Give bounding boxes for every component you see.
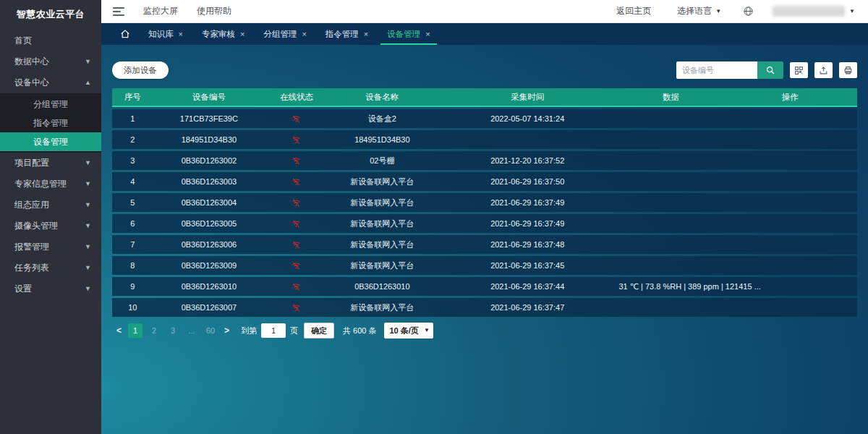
cell-status [265, 156, 328, 166]
qrcode-button[interactable] [790, 62, 808, 78]
cell-no: 6 [112, 219, 153, 228]
table-header-row: 序号 设备编号 在线状态 设备名称 采集时间 数据 操作 [112, 88, 857, 107]
close-tab-icon[interactable] [240, 30, 244, 38]
close-tab-icon[interactable] [364, 30, 368, 38]
cell-device-id: 184951D34B30 [153, 135, 265, 144]
tab-command-mgmt[interactable]: 指令管理 [316, 23, 378, 45]
search-input[interactable] [676, 61, 757, 79]
globe-icon[interactable] [743, 6, 754, 17]
table-row: 10 0B36D1263007 新设备联网入平台 2021-06-29 16:3… [112, 298, 857, 317]
tab-device-mgmt[interactable]: 设备管理 [378, 23, 439, 45]
cell-no: 5 [112, 198, 153, 207]
jump-to-label: 到第 [241, 326, 257, 336]
chevron-down-icon [85, 216, 91, 237]
page-button-60[interactable]: 60 [203, 323, 218, 338]
topbar-link-monitor[interactable]: 监控大屏 [143, 5, 178, 17]
sidebar-item-task-list[interactable]: 任务列表 [0, 258, 101, 278]
cell-device-name: 184951D34B30 [328, 135, 436, 144]
sidebar-item-scada-app[interactable]: 组态应用 [0, 195, 101, 216]
sidebar-item-label: 项目配置 [14, 158, 49, 168]
sidebar-subitem-group-mgmt[interactable]: 分组管理 [0, 95, 101, 114]
col-header-device-name: 设备名称 [328, 92, 436, 103]
sidebar-item-label: 报警管理 [14, 242, 49, 252]
tab-group-mgmt[interactable]: 分组管理 [254, 23, 315, 45]
print-icon [843, 66, 853, 75]
prev-page-button[interactable]: < [112, 326, 126, 336]
jump-page-suffix: 页 [290, 326, 298, 336]
main-area: 监控大屏 使用帮助 返回主页 选择语言 [101, 0, 868, 434]
cell-status [265, 239, 328, 250]
app-window: 智慧农业云平台 首页 数据中心 设备中心 分组管理 指令管理 设备管理 项目配置 [0, 0, 868, 434]
search-group [676, 61, 857, 79]
language-dropdown[interactable]: 选择语言 [677, 5, 721, 17]
cell-device-id: 0B36D1263003 [153, 177, 265, 186]
sidebar-item-label: 设备中心 [14, 77, 49, 88]
sidebar-item-device-center[interactable]: 设备中心 [0, 72, 101, 93]
sidebar-item-expert-info[interactable]: 专家信息管理 [0, 174, 101, 195]
topbar-right: 返回主页 选择语言 [616, 5, 855, 17]
cell-no: 8 [112, 261, 153, 270]
topbar-link-back-home[interactable]: 返回主页 [616, 5, 651, 17]
cell-collect-time: 2021-12-20 16:37:52 [436, 156, 618, 165]
tab-knowledge-base[interactable]: 知识库 [139, 23, 192, 45]
wifi-off-icon [292, 303, 301, 312]
sidebar-item-settings[interactable]: 设置 [0, 278, 101, 299]
search-button[interactable] [757, 61, 783, 79]
sidebar-item-project-config[interactable]: 项目配置 [0, 153, 101, 174]
col-header-device-id: 设备编号 [153, 92, 265, 103]
export-button[interactable] [814, 62, 833, 78]
cell-device-id: 0B36D1263002 [153, 156, 265, 165]
cell-status [265, 260, 328, 271]
table-row: 5 0B36D1263004 新设备联网入平台 2021-06-29 16:37… [112, 193, 857, 212]
user-menu[interactable] [773, 6, 855, 17]
sidebar: 智慧农业云平台 首页 数据中心 设备中心 分组管理 指令管理 设备管理 项目配置 [0, 0, 101, 434]
page-button-1[interactable]: 1 [128, 323, 142, 338]
chevron-down-icon [85, 237, 91, 258]
tab-label: 分组管理 [263, 29, 297, 40]
cell-device-id: 0B36D1263004 [153, 198, 265, 207]
cell-device-name: 设备盒2 [328, 114, 436, 124]
sidebar-item-data-center[interactable]: 数据中心 [0, 51, 101, 72]
cell-collect-time: 2021-06-29 16:37:44 [436, 282, 618, 291]
search-icon [765, 65, 775, 75]
toolbar: 添加设备 [112, 61, 857, 80]
tab-label: 指令管理 [326, 29, 359, 40]
cell-collect-time: 2021-06-29 16:37:45 [436, 261, 618, 270]
page-size-select[interactable]: 10 条/页 [384, 323, 433, 339]
next-page-button[interactable]: > [220, 326, 234, 336]
topbar-link-help[interactable]: 使用帮助 [197, 5, 231, 17]
cell-device-name: 02号棚 [328, 156, 436, 166]
close-tab-icon[interactable] [179, 30, 183, 38]
sidebar-subitem-command-mgmt[interactable]: 指令管理 [0, 114, 101, 132]
cell-device-id: 171CB73FE39C [153, 114, 265, 123]
collapse-menu-icon[interactable] [113, 7, 124, 16]
sidebar-item-camera-mgmt[interactable]: 摄像头管理 [0, 216, 101, 237]
sidebar-subitem-device-mgmt[interactable]: 设备管理 [0, 132, 101, 151]
sidebar-item-alarm-mgmt[interactable]: 报警管理 [0, 237, 101, 258]
confirm-jump-button[interactable]: 确定 [304, 323, 334, 339]
wifi-off-icon [292, 240, 301, 250]
page-button-3[interactable]: 3 [166, 323, 180, 338]
tab-label: 专家审核 [202, 29, 235, 40]
tab-home[interactable] [111, 23, 139, 45]
username-redacted [773, 6, 845, 17]
cell-no: 9 [112, 282, 153, 291]
page-button-2[interactable]: 2 [147, 323, 161, 338]
cell-no: 7 [112, 240, 153, 249]
tab-expert-review[interactable]: 专家审核 [192, 23, 254, 45]
col-header-no: 序号 [112, 92, 153, 103]
cell-device-name: 新设备联网入平台 [328, 197, 436, 208]
print-button[interactable] [839, 62, 857, 78]
close-tab-icon[interactable] [425, 30, 430, 38]
table-row: 9 0B36D1263010 0B36D1263010 2021-06-29 1… [112, 277, 857, 296]
add-device-button[interactable]: 添加设备 [112, 61, 169, 79]
jump-page-input[interactable] [261, 323, 286, 338]
close-tab-icon[interactable] [302, 30, 306, 38]
sidebar-item-label: 专家信息管理 [14, 179, 67, 189]
sidebar-item-label: 摄像头管理 [14, 221, 58, 231]
sidebar-item-label: 设置 [14, 284, 32, 294]
cell-device-id: 0B36D1263009 [153, 261, 265, 270]
cell-no: 10 [112, 303, 153, 312]
chevron-down-icon [424, 323, 430, 339]
sidebar-item-home[interactable]: 首页 [0, 30, 101, 51]
